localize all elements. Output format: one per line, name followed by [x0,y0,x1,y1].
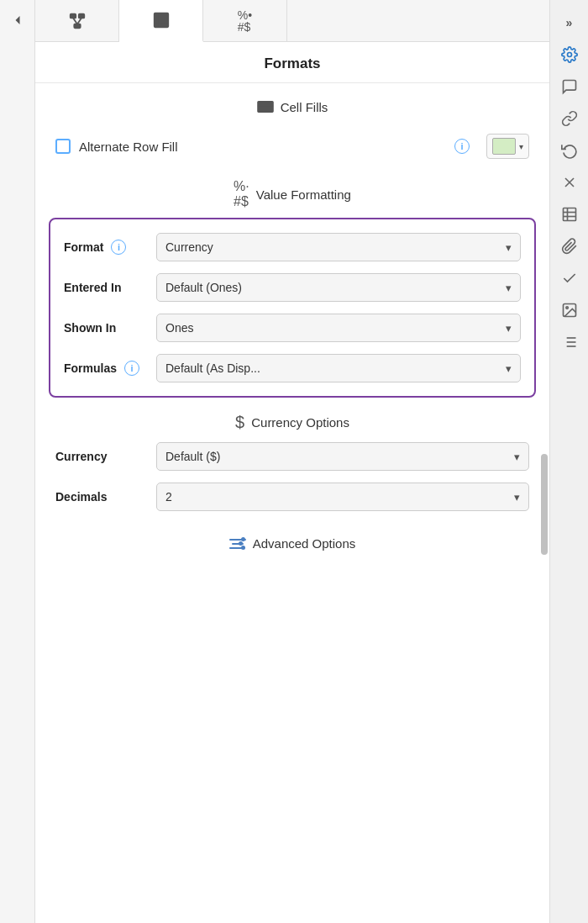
color-swatch-chevron: ▾ [519,142,523,151]
currency-row: Currency Default ($) ▾ [52,442,533,471]
currency-select[interactable]: Default ($) ▾ [156,442,529,471]
currency-options-label: Currency Options [251,415,349,430]
hierarchy-icon [68,12,87,30]
image-svg [561,302,578,319]
alternate-row-fill-row: Alternate Row Fill i ▾ [35,125,549,167]
scrollbar-thumb[interactable] [541,454,548,555]
value-formatting-box: Format i Currency ▾ Entered In Default (… [49,218,536,398]
link-svg [561,110,578,127]
history-svg [561,142,578,159]
left-panel-toggle[interactable] [0,0,35,923]
sidebar-check-icon[interactable] [555,264,584,293]
svg-rect-14 [563,208,575,221]
svg-point-11 [567,53,571,57]
sidebar-formula-icon[interactable] [555,168,584,197]
svg-line-3 [72,18,76,24]
sidebar-list-icon[interactable] [555,328,584,356]
list-svg [561,334,578,351]
sidebar-history-icon[interactable] [555,136,584,165]
value-format-icon: %·#$ [234,179,249,209]
currency-label: Currency [55,450,156,463]
svg-rect-9 [258,102,273,113]
table-icon [152,11,171,29]
formulas-info-icon[interactable]: i [124,361,139,376]
value-formatting-label: Value Formatting [256,187,351,202]
alternate-row-fill-checkbox[interactable] [55,139,71,154]
sidebar-expand-icon[interactable]: » [555,8,584,37]
svg-line-4 [77,18,81,24]
check-svg [561,270,578,287]
panel-content: Cell Fills Alternate Row Fill i ▾ %·#$ V… [35,83,549,923]
adv-line-2 [232,543,244,545]
main-panel: %•#$ Formats Cell Fills Alternate Row Fi… [35,0,549,923]
cell-fills-header: Cell Fills [35,83,549,125]
decimals-select[interactable]: 2 ▾ [156,483,529,511]
format-label: Format i [64,240,156,255]
collapse-icon [9,12,26,29]
color-swatch-button[interactable]: ▾ [486,134,529,159]
formula-svg [561,174,578,191]
formulas-row: Formulas i Default (As Disp... ▾ [64,354,521,382]
entered-in-label: Entered In [64,281,156,294]
format-row: Format i Currency ▾ [64,233,521,261]
formulas-chevron: ▾ [506,362,512,375]
format-chevron: ▾ [506,241,512,254]
format-select[interactable]: Currency ▾ [156,233,521,261]
advanced-options-row[interactable]: Advanced Options [35,523,549,564]
currency-chevron: ▾ [514,451,520,463]
adv-line-3 [229,547,244,549]
shown-in-chevron: ▾ [506,322,512,335]
svg-rect-0 [70,13,75,18]
svg-point-19 [565,307,568,309]
shown-in-label: Shown In [64,321,156,335]
sidebar-clip-icon[interactable] [555,232,584,261]
panel-title: Formats [35,42,549,83]
sidebar-comment-icon[interactable] [555,72,584,101]
currency-options-section: Currency Default ($) ▾ Decimals 2 ▾ [35,442,549,511]
gear-svg [561,46,578,63]
alternate-row-fill-info[interactable]: i [454,139,470,154]
svg-rect-1 [78,13,83,18]
clip-svg [561,238,578,255]
alternate-row-fill-label: Alternate Row Fill [79,140,443,154]
tab-bar: %•#$ [35,0,549,42]
formulas-select[interactable]: Default (As Disp... ▾ [156,354,521,382]
entered-in-select[interactable]: Default (Ones) ▾ [156,273,521,302]
right-sidebar: » [549,0,588,923]
entered-in-chevron: ▾ [506,282,512,294]
format-icon: %•#$ [238,9,252,33]
decimals-chevron: ▾ [514,491,520,504]
shown-in-row: Shown In Ones ▾ [64,314,521,342]
cell-fills-icon [257,98,274,115]
tab-format[interactable]: %•#$ [203,0,287,41]
format-info-icon[interactable]: i [111,240,126,255]
sidebar-image-icon[interactable] [555,296,584,324]
tab-hierarchy[interactable] [35,0,119,41]
currency-options-header: $ Currency Options [35,398,549,442]
comment-svg [561,78,578,95]
svg-rect-2 [74,24,80,28]
decimals-row: Decimals 2 ▾ [52,483,533,511]
sidebar-gear-icon[interactable] [555,40,584,69]
entered-in-row: Entered In Default (Ones) ▾ [64,273,521,302]
color-swatch [492,138,516,155]
sidebar-link-icon[interactable] [555,104,584,133]
formulas-label: Formulas i [64,361,156,376]
table-format-svg [561,206,578,223]
value-formatting-header: %·#$ Value Formatting [35,167,549,218]
dollar-icon: $ [235,413,244,432]
tab-table[interactable] [119,0,203,42]
adv-line-1 [229,539,246,541]
shown-in-select[interactable]: Ones ▾ [156,314,521,342]
sidebar-table-format-icon[interactable] [555,200,584,229]
decimals-label: Decimals [55,490,156,504]
cell-fills-label: Cell Fills [281,100,328,114]
svg-rect-5 [154,13,168,28]
advanced-options-icon [229,539,246,549]
advanced-options-label: Advanced Options [253,536,356,551]
